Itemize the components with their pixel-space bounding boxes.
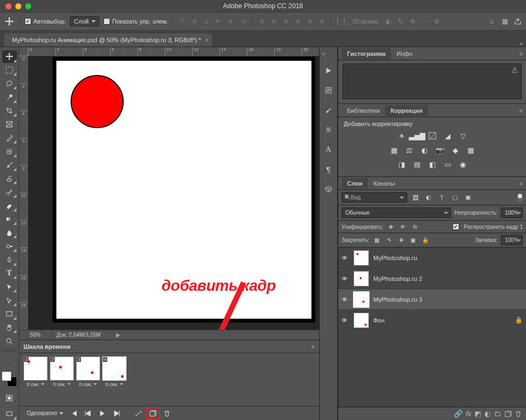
lock-pixels-icon[interactable]: ✎ [385,236,394,245]
quick-mask-icon[interactable] [2,392,17,405]
crop-tool[interactable] [2,105,17,117]
distribute-vcenter-icon[interactable]: ≡ [269,16,279,26]
black-white-icon[interactable]: ◐ [419,145,430,156]
brush-tool[interactable] [2,159,17,171]
layer-row[interactable]: 👁MyPhotoshop.ru 3 [338,289,526,310]
delete-layer-icon[interactable] [515,411,522,417]
tab-channels[interactable]: Каналы [368,178,400,189]
histogram-display[interactable] [343,64,522,99]
minimize-window[interactable] [15,3,21,9]
home-icon[interactable]: ⌂ [487,16,496,26]
panel-menu-icon[interactable]: ≡ [519,180,523,187]
frame-delay-dropdown[interactable]: 0 сек. [24,381,48,387]
distribute-right-icon[interactable]: ≡ [317,16,327,26]
frame-tool[interactable] [2,118,17,131]
selective-color-icon[interactable]: ◉ [458,159,469,170]
frame-delay-dropdown[interactable]: 0 сек. [76,381,100,387]
layer-style-icon[interactable]: fx [466,410,471,418]
align-right-icon[interactable]: ⊣ [238,16,247,26]
align-bottom-icon[interactable]: ⊥ [201,16,211,26]
clone-stamp-tool[interactable] [2,172,17,185]
levels-icon[interactable]: ▃▅▇ [412,130,423,141]
document-canvas[interactable]: добавить кадр [56,61,311,319]
unify-style-icon[interactable]: fx [411,222,419,231]
layer-name[interactable]: MyPhotoshop.ru [373,255,417,261]
tab-layers[interactable]: Слои [342,178,368,189]
path-selection-tool[interactable] [2,280,17,293]
photo-filter-icon[interactable]: 📷 [435,145,446,156]
screen-mode-icon[interactable] [2,407,17,420]
new-frame-icon[interactable] [147,409,159,418]
healing-brush-tool[interactable] [2,145,17,158]
share-icon[interactable] [513,16,523,26]
tween-icon[interactable] [132,409,144,418]
layer-lock-icon[interactable]: 🔒 [515,317,523,324]
close-tab-icon[interactable]: × [205,37,209,43]
align-vcenter-icon[interactable]: ≡ [189,16,199,26]
eyedropper-tool[interactable] [2,131,17,144]
play-panel-icon[interactable] [322,65,334,77]
foreground-color[interactable] [2,371,11,381]
zoom-field[interactable]: 50% [19,332,52,338]
history-brush-tool[interactable] [2,186,17,198]
prev-frame-icon[interactable] [82,409,94,418]
align-top-icon[interactable]: ⊤ [177,16,187,26]
color-lookup-icon[interactable]: ▦ [465,145,476,156]
layer-row[interactable]: 👁MyPhotoshop.ru [338,248,526,268]
rect-marquee-tool[interactable] [2,64,17,77]
channel-mixer-icon[interactable]: ◆ [450,145,461,156]
fill-field[interactable]: 100% [501,235,523,245]
3d-pan-icon[interactable]: ✥ [408,16,418,26]
paragraph-panel-icon[interactable]: ¶ [322,163,334,175]
blend-mode-dropdown[interactable]: Обычные [342,208,451,218]
color-balance-icon[interactable]: ⚖ [404,145,415,156]
3d-slide-icon[interactable]: ↔ [420,16,430,26]
ruler-corner[interactable] [19,47,28,56]
timeline-frame[interactable]: 30 сек. [76,356,100,387]
timeline-frame[interactable]: 40 сек. [102,356,126,387]
document-tab[interactable]: MyPhotoshop.ru Анимация.psd @ 50% (MyPho… [4,33,212,47]
hue-sat-icon[interactable]: ▦ [389,145,400,156]
blur-tool[interactable] [2,227,17,239]
layer-thumbnail[interactable] [354,313,369,328]
status-menu-icon[interactable]: ▶ [116,332,120,338]
layer-mask-icon[interactable]: ◩ [475,410,481,418]
frame-delay-dropdown[interactable]: 0 сек. [102,381,126,387]
pen-tool[interactable] [2,254,17,266]
tab-libraries[interactable]: Библиотеки [342,105,385,116]
filter-adjust-icon[interactable]: ◐ [424,193,433,202]
ruler-horizontal[interactable]: 024681012141618202224 [28,47,319,56]
close-window[interactable] [5,3,11,9]
layer-thumbnail[interactable] [354,271,369,286]
lock-all-icon[interactable]: 🔒 [421,236,430,245]
filter-shape-icon[interactable]: ▢ [450,193,460,202]
zoom-window[interactable] [25,3,31,9]
unify-visibility-icon[interactable]: 👁 [398,222,407,231]
first-frame-icon[interactable] [68,409,80,418]
color-swatches[interactable] [2,371,17,387]
new-layer-icon[interactable] [504,411,512,417]
distribute-top-icon[interactable]: ≡ [257,16,267,26]
zoom-tool[interactable] [2,335,17,347]
play-icon[interactable] [96,409,108,418]
align-hcenter-icon[interactable]: ≡ [226,16,235,26]
filter-toggle[interactable] [517,193,523,202]
panel-menu-icon[interactable]: ≡ [519,107,523,114]
layer-row[interactable]: 👁MyPhotoshop.ru 2 [338,268,526,289]
auto-select-checkbox[interactable]: Автовыбор: [25,18,66,25]
canvas-viewport[interactable]: добавить кадр [28,56,319,330]
properties-panel-icon[interactable] [322,84,334,96]
histogram-warning-icon[interactable]: ⚠ [511,66,518,74]
type-tool[interactable]: T [2,267,17,280]
ruler-vertical[interactable]: 0246810121416182022 [19,56,28,330]
align-left-icon[interactable]: ⊢ [213,16,223,26]
trash-icon[interactable] [161,409,173,418]
layer-filter-kind-dropdown[interactable]: 🔍 Вид [342,192,407,203]
tab-info[interactable]: Инфо [391,48,418,59]
visibility-icon[interactable]: 👁 [342,275,349,282]
layer-thumbnail[interactable] [354,250,369,266]
rectangle-tool[interactable] [2,308,17,320]
tab-adjustments[interactable]: Коррекция [385,105,428,116]
show-transform-checkbox[interactable]: Показать упр. элем. [103,18,168,25]
invert-icon[interactable]: ◨ [396,159,407,170]
